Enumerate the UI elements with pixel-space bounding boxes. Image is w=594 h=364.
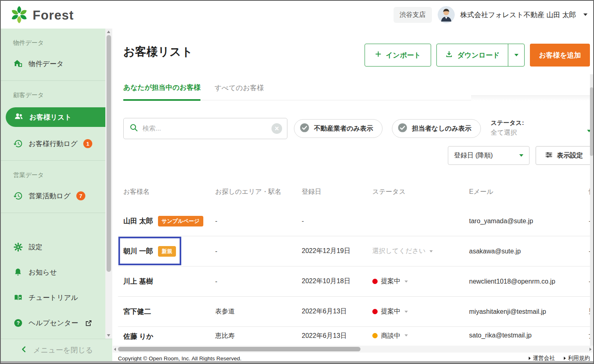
sidebar-divider: [1, 160, 105, 161]
toggle-realtor-only[interactable]: 不動産業者のみ表示: [294, 119, 383, 138]
external-link-icon: [84, 319, 93, 327]
customer-name-link[interactable]: 山田 太郎: [123, 216, 153, 226]
sidebar-item-help-center[interactable]: ? ヘルプセンター: [13, 314, 112, 331]
sidebar-section-customer: 顧客データ: [13, 91, 112, 99]
sidebar-item-label: お客様行動ログ: [29, 139, 78, 149]
copyright-text: Copyright © Open Room, Inc. All Rights R…: [118, 355, 242, 362]
window-bottom-scrollbar[interactable]: [1, 361, 593, 363]
download-label: ダウンロード: [457, 51, 500, 60]
import-label: インポート: [386, 51, 421, 60]
logo-text: Forest: [33, 8, 74, 23]
footer-link-company[interactable]: 運営会社: [529, 355, 555, 361]
download-button[interactable]: ダウンロード: [437, 44, 508, 66]
scroll-left-icon[interactable]: [114, 348, 116, 351]
customer-name-link[interactable]: 朝川 一郎: [123, 246, 153, 256]
status-select[interactable]: 提案中: [372, 266, 408, 296]
sidebar-item-tutorial[interactable]: チュートリアル: [13, 289, 112, 306]
sidebar-item-settings[interactable]: 設定: [13, 238, 112, 255]
user-menu-caret-icon[interactable]: [583, 13, 587, 16]
sidebar-item-news[interactable]: お知らせ: [13, 264, 112, 281]
tab-all-customers[interactable]: すべてのお客様: [214, 76, 264, 100]
search-input[interactable]: [142, 125, 267, 132]
sidebar-item-customer-list[interactable]: お客様リスト: [6, 107, 105, 127]
caret-down-icon: [405, 335, 408, 337]
footer-link-terms[interactable]: 利用規約: [564, 355, 590, 361]
scrollbar-thumb[interactable]: [107, 35, 111, 272]
table-row[interactable]: 川上 基樹 - 2022年10月18日 提案中 newclient1018@op…: [118, 266, 590, 297]
sidebar: 物件データ 物件データ 顧客データ お客様リスト お客様行動ログ 1 営業データ: [1, 29, 112, 361]
status-label: 提案中: [381, 307, 400, 316]
check-circle-icon: [397, 122, 408, 135]
toggle-unassigned-only[interactable]: 担当者なしのみ表示: [392, 119, 481, 138]
top-header: Forest 渋谷支店 株式会社フォレスト不動産 山田 太郎: [1, 1, 593, 29]
download-options-button[interactable]: [508, 44, 524, 66]
sidebar-item-sales-log[interactable]: 営業活動ログ 7: [13, 187, 112, 204]
status-dot-icon: [372, 279, 378, 284]
status-filter-dropdown[interactable]: ステータス: 全て選択: [491, 119, 592, 137]
sidebar-item-customer-log[interactable]: お客様行動ログ 1: [13, 135, 112, 152]
toggle-label: 担当者なしのみ表示: [412, 124, 472, 133]
forest-leaf-logo-icon: [10, 5, 29, 26]
registered-cell: -: [302, 206, 304, 236]
status-select[interactable]: 商談中: [372, 327, 408, 346]
sidebar-item-label: 営業活動ログ: [29, 191, 71, 201]
user-avatar[interactable]: [438, 6, 455, 23]
table-row[interactable]: 宮下健二 表参道 2022年6月13日 提案中 miyashitakenji@t…: [118, 297, 590, 327]
status-dot-icon: [372, 309, 378, 314]
scrollbar-thumb[interactable]: [118, 347, 360, 351]
email-cell: newclient1018@openrm.co.jp: [469, 266, 555, 296]
collapse-menu-button[interactable]: メニューを閉じる: [1, 339, 112, 361]
clear-search-icon[interactable]: [271, 123, 282, 134]
registered-cell: 2022年6月13日: [302, 297, 347, 326]
caret-down-icon: [514, 54, 518, 56]
toolbar: インポート ダウンロード お客様を追加: [365, 44, 590, 67]
table-row[interactable]: 佐藤 りか 恵比寿 2022年6月13日 商談中 sato_rika@testm…: [118, 327, 590, 346]
add-customer-button[interactable]: お客様を追加: [530, 44, 590, 67]
scroll-right-icon[interactable]: [590, 348, 592, 351]
sort-dropdown[interactable]: 登録日 (降順): [448, 146, 529, 165]
sidebar-item-label: ヘルプセンター: [29, 318, 78, 328]
scrollbar-thumb[interactable]: [590, 87, 593, 156]
sidebar-item-label: 物件データ: [29, 59, 64, 69]
scroll-up-icon[interactable]: [107, 31, 110, 33]
area-cell: -: [215, 266, 217, 296]
table-row[interactable]: 山田 太郎サンプルページ - - taro_yamada@sute.jp -: [118, 206, 590, 236]
branch-badge[interactable]: 渋谷支店: [394, 7, 432, 23]
new-badge: 新規: [158, 246, 176, 257]
customer-name-link[interactable]: 川上 基樹: [123, 277, 153, 286]
display-settings-button[interactable]: 表示設定: [536, 146, 592, 165]
app-window: Forest 渋谷支店 株式会社フォレスト不動産 山田 太郎 物件データ: [0, 0, 594, 364]
status-label: 提案中: [381, 277, 400, 286]
triangle-right-icon: [564, 357, 566, 360]
add-customer-label: お客様を追加: [539, 51, 581, 60]
sidebar-item-label: チュートリアル: [29, 293, 78, 302]
sidebar-item-property-data[interactable]: 物件データ: [13, 55, 112, 72]
table-row[interactable]: 朝川 一郎新規 - 2022年12月19日 選択してください asakawa@s…: [118, 236, 590, 266]
status-select[interactable]: 選択してください: [372, 236, 433, 266]
history-icon: [13, 191, 23, 201]
email-cell: taro_yamada@sute.jp: [469, 206, 533, 236]
customer-name-link[interactable]: 佐藤 りか: [123, 332, 154, 341]
sidebar-scrollbar[interactable]: [105, 29, 112, 339]
registered-cell: 2022年12月19日: [302, 236, 350, 266]
notification-count-badge: 7: [76, 191, 85, 200]
horizontal-scrollbar[interactable]: [113, 346, 593, 353]
import-button[interactable]: インポート: [365, 44, 432, 67]
scroll-down-icon[interactable]: [107, 334, 110, 337]
app-logo[interactable]: Forest: [10, 5, 74, 26]
customer-name-link[interactable]: 宮下健二: [123, 307, 151, 316]
tutorial-icon: [13, 293, 23, 302]
caret-down-icon: [429, 250, 433, 252]
email-cell: sato_rika@testmail.jp: [469, 327, 532, 346]
status-filter-value: 全て選択: [491, 129, 592, 137]
tab-my-customers[interactable]: あなたが担当中のお客様: [123, 76, 200, 101]
collapse-menu-label: メニューを閉じる: [33, 345, 93, 355]
area-cell: -: [215, 206, 217, 236]
user-menu-label[interactable]: 株式会社フォレスト不動産 山田 太郎: [461, 10, 576, 20]
vertical-scrollbar[interactable]: [590, 74, 593, 346]
email-cell: miyashitakenji@testmail.jp: [469, 297, 546, 326]
users-icon: [14, 111, 24, 123]
area-cell: 表参道: [215, 297, 235, 326]
status-select[interactable]: 提案中: [372, 297, 408, 326]
triangle-right-icon: [529, 357, 531, 360]
